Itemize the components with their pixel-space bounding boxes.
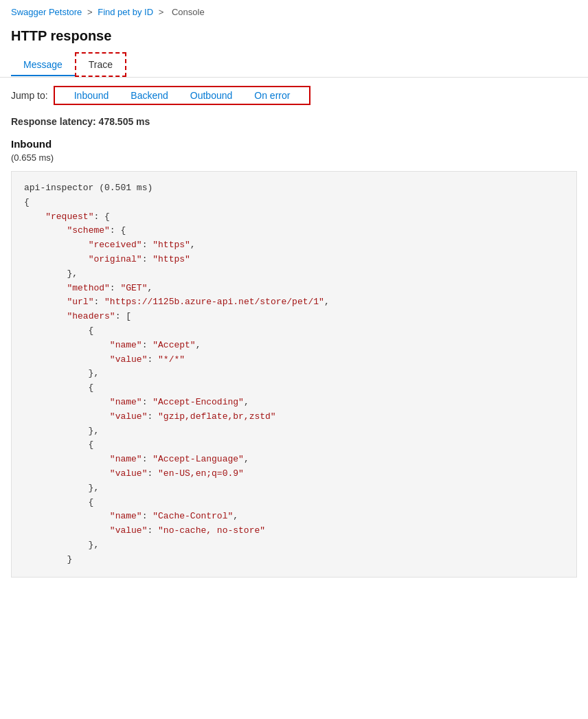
tab-message[interactable]: Message [11,54,75,76]
page-title: HTTP response [0,23,588,52]
tab-trace[interactable]: Trace [75,52,126,77]
code-block: api-inspector (0.501 ms) { "request": { … [11,171,577,578]
response-latency: Response latency: 478.505 ms [0,113,588,135]
tabs-row: Message Trace [0,52,588,78]
breadcrumb: Swagger Petstore > Find pet by ID > Cons… [0,0,588,23]
breadcrumb-console: Console [172,7,205,17]
jump-link-inbound[interactable]: Inbound [63,90,120,101]
jump-links-box: Inbound Backend Outbound On error [54,86,311,105]
jump-link-backend[interactable]: Backend [120,90,179,101]
inbound-time: (0.655 ms) [0,151,588,168]
jump-to-label: Jump to: [11,90,48,101]
tab-trace-label: Trace [89,59,113,70]
code-inspector-header: api-inspector (0.501 ms) [24,183,152,193]
inbound-heading: Inbound [0,135,588,151]
jump-to-row: Jump to: Inbound Backend Outbound On err… [0,78,588,113]
jump-link-outbound[interactable]: Outbound [179,90,244,101]
breadcrumb-sep-2: > [159,7,166,17]
jump-link-on-error[interactable]: On error [243,90,301,101]
breadcrumb-sep-1: > [87,7,95,17]
breadcrumb-swagger-petstore[interactable]: Swagger Petstore [11,7,82,17]
breadcrumb-find-pet[interactable]: Find pet by ID [98,7,153,17]
tab-message-label: Message [23,59,63,70]
